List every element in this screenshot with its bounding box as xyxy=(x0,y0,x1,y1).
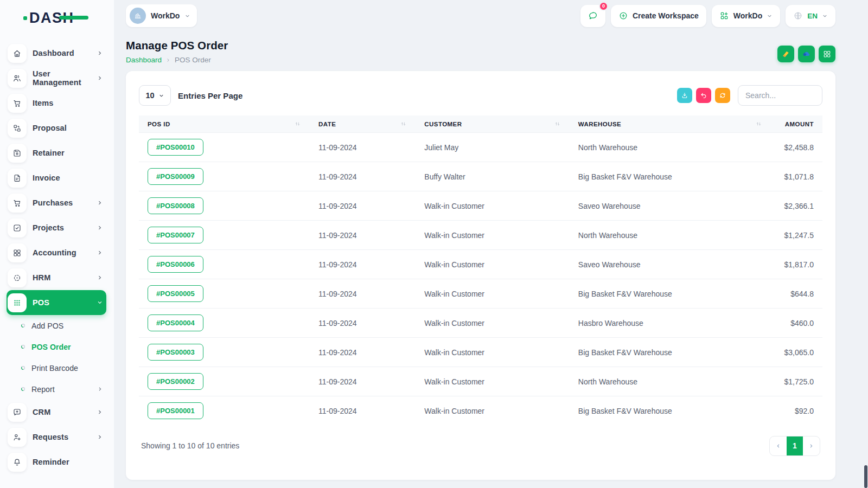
pos-id-chip[interactable]: #POS00007 xyxy=(148,227,203,243)
apps-icon xyxy=(8,293,27,312)
user-plus-icon xyxy=(8,428,27,447)
export-button[interactable] xyxy=(677,88,692,103)
column-header-warehouse[interactable]: WAREHOUSE xyxy=(570,115,771,133)
chevron-right-icon xyxy=(808,443,814,449)
entries-per-page-select[interactable]: 10 xyxy=(139,85,171,106)
sort-icon[interactable] xyxy=(400,120,407,127)
pos-id-cell: #POS00005 xyxy=(139,279,310,309)
column-header-label: AMOUNT xyxy=(785,121,814,127)
pos-id-chip[interactable]: #POS00008 xyxy=(148,197,203,214)
sidebar-item-reminder[interactable]: Reminder xyxy=(7,450,106,474)
sidebar-item-projects[interactable]: Projects xyxy=(7,215,106,240)
column-header-amount[interactable]: AMOUNT xyxy=(771,115,822,133)
pos-id-chip[interactable]: #POS00004 xyxy=(148,314,203,331)
sidebar-item-proposal[interactable]: Proposal xyxy=(7,115,106,140)
grid4-icon xyxy=(8,243,27,262)
logo-accent-bar xyxy=(59,16,88,20)
amount-cell: $644.8 xyxy=(771,279,822,309)
warehouse-cell: North Warehouse xyxy=(570,133,771,162)
warehouse-cell: Big Basket F&V Warehouse xyxy=(570,396,771,426)
column-header-label: POS ID xyxy=(148,121,170,127)
breadcrumb-link-dashboard[interactable]: Dashboard xyxy=(126,56,162,64)
sidebar-item-label: Reminder xyxy=(33,458,103,466)
search-input[interactable] xyxy=(738,85,822,106)
column-header-customer[interactable]: CUSTOMER xyxy=(416,115,570,133)
chevron-down-icon xyxy=(97,299,103,306)
messages-button[interactable]: 0 xyxy=(580,5,605,27)
entries-per-page-label: Entries Per Page xyxy=(178,91,242,100)
chevron-down-icon xyxy=(158,93,164,99)
sidebar-subitem-pos-order[interactable]: POS Order xyxy=(7,336,106,357)
sidebar-item-label: CRM xyxy=(33,408,91,416)
sidebar-item-label: Proposal xyxy=(33,124,103,132)
pagination-next-button[interactable] xyxy=(803,436,820,455)
amount-cell: $3,065.0 xyxy=(771,338,822,367)
pos-id-chip[interactable]: #POS00010 xyxy=(148,139,203,156)
sidebar-item-purchases[interactable]: Purchases xyxy=(7,190,106,215)
chevron-right-icon xyxy=(97,386,103,392)
pos-id-chip[interactable]: #POS00009 xyxy=(148,168,203,185)
pos-id-chip[interactable]: #POS00006 xyxy=(148,256,203,273)
language-button[interactable]: EN xyxy=(786,5,835,27)
sidebar-item-crm[interactable]: CRM xyxy=(7,400,106,425)
home-icon xyxy=(8,44,27,63)
table-action-buttons xyxy=(677,88,730,103)
sort-icon[interactable] xyxy=(755,120,762,127)
sidebar-item-pos[interactable]: POS xyxy=(7,290,106,315)
sidebar-item-label: Invoice xyxy=(33,174,103,182)
sidebar-item-requests[interactable]: Requests xyxy=(7,425,106,450)
workspace-menu-button[interactable]: WorkDo xyxy=(712,5,780,27)
sidebar-item-items[interactable]: Items xyxy=(7,91,106,115)
onedrive-button[interactable] xyxy=(798,46,815,62)
customer-cell: Walk-in Customer xyxy=(416,396,570,426)
google-drive-button[interactable] xyxy=(777,46,794,62)
pagination-prev-button[interactable] xyxy=(770,436,787,455)
sidebar-item-hrm[interactable]: HRM xyxy=(7,265,106,290)
entries-per-page-value: 10 xyxy=(145,91,154,100)
refresh-button[interactable] xyxy=(715,88,730,103)
chevron-right-icon xyxy=(97,249,103,256)
column-header-pos-id[interactable]: POS ID xyxy=(139,115,310,133)
sidebar-subitem-add-pos[interactable]: Add POS xyxy=(7,315,106,336)
scrollbar-thumb[interactable] xyxy=(864,465,867,488)
sort-icon[interactable] xyxy=(294,120,301,127)
table-controls-right xyxy=(677,85,822,106)
language-code: EN xyxy=(807,12,818,20)
sidebar-item-accounting[interactable]: Accounting xyxy=(7,240,106,265)
sort-icon[interactable] xyxy=(554,120,561,127)
date-cell: 11-09-2024 xyxy=(310,279,416,309)
sidebar-item-dashboard[interactable]: Dashboard xyxy=(7,41,106,66)
column-header-date[interactable]: DATE xyxy=(310,115,416,133)
workspace-selector[interactable]: WorkDo xyxy=(126,4,197,27)
topbar-actions: 0 Create Workspace WorkDo EN xyxy=(580,5,835,27)
amount-cell: $460.0 xyxy=(771,309,822,338)
undo-button[interactable] xyxy=(696,88,711,103)
pos-id-chip[interactable]: #POS00003 xyxy=(148,344,203,361)
table-row: #POS0000411-09-2024Walk-in CustomerHasbr… xyxy=(139,309,822,338)
logo-accent-dot xyxy=(23,16,27,20)
table-header-row: POS IDDATECUSTOMERWAREHOUSEAMOUNT xyxy=(139,115,822,133)
pos-id-chip[interactable]: #POS00001 xyxy=(148,402,203,419)
pos-id-chip[interactable]: #POS00002 xyxy=(148,373,203,390)
pos-id-cell: #POS00006 xyxy=(139,250,310,279)
breadcrumb-current: POS Order xyxy=(175,56,211,64)
pagination-page-1[interactable]: 1 xyxy=(787,436,803,455)
chevron-right-icon xyxy=(97,434,103,440)
chat-badge: 0 xyxy=(599,2,608,11)
sidebar-subitem-print-barcode[interactable]: Print Barcode xyxy=(7,357,106,378)
brand-logo[interactable]: DASH xyxy=(29,7,114,29)
sidebar-item-label: Items xyxy=(33,99,103,107)
sidebar-item-invoice[interactable]: Invoice xyxy=(7,165,106,190)
create-workspace-button[interactable]: Create Workspace xyxy=(611,5,706,27)
chevron-down-icon xyxy=(184,13,190,19)
sidebar-item-retainer[interactable]: Retainer xyxy=(7,140,106,165)
sidebar-subitem-label: POS Order xyxy=(31,343,103,351)
pos-id-chip[interactable]: #POS00005 xyxy=(148,285,203,302)
table-row: #POS0000211-09-2024Walk-in CustomerNorth… xyxy=(139,367,822,396)
sidebar-subitem-report[interactable]: Report xyxy=(7,378,106,400)
sidebar-item-user-management[interactable]: User Management xyxy=(7,66,106,91)
amount-cell: $2,366.1 xyxy=(771,191,822,221)
undo-icon xyxy=(700,92,707,99)
sidebar-subitem-label: Report xyxy=(31,385,92,394)
grid-view-button[interactable] xyxy=(819,46,835,62)
